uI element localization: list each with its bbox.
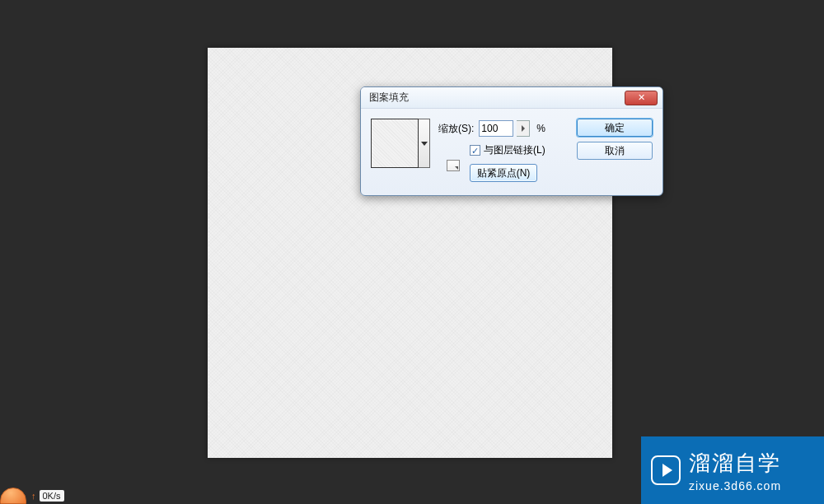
link-checkbox[interactable] xyxy=(470,145,480,156)
scale-spinner[interactable] xyxy=(517,120,530,137)
scale-label: 缩放(S): xyxy=(438,122,474,136)
dialog-titlebar[interactable]: 图案填充 ✕ xyxy=(361,87,662,109)
dialog-body: 缩放(S): % 与图层链接(L) 贴紧原点(N) 确定 取消 xyxy=(361,109,662,195)
taskbar-orb-icon xyxy=(0,488,26,504)
pattern-well xyxy=(371,119,430,170)
pattern-fill-dialog: 图案填充 ✕ 缩放(S): % 与图层链接(L) 贴紧原点(N) xyxy=(360,86,663,196)
upload-arrow-icon: ↑ xyxy=(31,491,36,501)
watermark-banner: 溜溜自学 zixue.3d66.com xyxy=(641,436,824,504)
upload-speed-label: 0K/s xyxy=(40,490,64,502)
close-button[interactable]: ✕ xyxy=(625,91,658,105)
pattern-swatch[interactable] xyxy=(371,119,419,168)
watermark-sub: zixue.3d66.com xyxy=(689,479,781,492)
new-preset-icon[interactable] xyxy=(447,160,460,171)
taskbar-net-monitor[interactable]: ↑ 0K/s xyxy=(0,488,71,504)
ok-label: 确定 xyxy=(605,121,625,135)
ok-button[interactable]: 确定 xyxy=(577,119,653,137)
play-icon xyxy=(651,455,681,485)
close-icon: ✕ xyxy=(638,92,645,103)
pattern-picker-dropdown[interactable] xyxy=(419,119,430,168)
dialog-buttons: 确定 取消 xyxy=(577,119,653,189)
cancel-label: 取消 xyxy=(605,144,625,158)
snap-origin-button[interactable]: 贴紧原点(N) xyxy=(470,164,537,182)
cancel-button[interactable]: 取消 xyxy=(577,142,653,160)
link-row: 与图层链接(L) xyxy=(470,143,569,157)
link-label: 与图层链接(L) xyxy=(484,143,545,157)
scale-row: 缩放(S): % xyxy=(438,120,569,137)
watermark-main: 溜溜自学 xyxy=(689,449,781,478)
percent-label: % xyxy=(536,123,545,134)
snap-label: 贴紧原点(N) xyxy=(477,166,531,180)
scale-input[interactable] xyxy=(479,120,513,137)
watermark-text: 溜溜自学 zixue.3d66.com xyxy=(689,449,781,492)
dialog-title: 图案填充 xyxy=(369,91,409,105)
controls-group: 缩放(S): % 与图层链接(L) 贴紧原点(N) xyxy=(438,120,569,189)
